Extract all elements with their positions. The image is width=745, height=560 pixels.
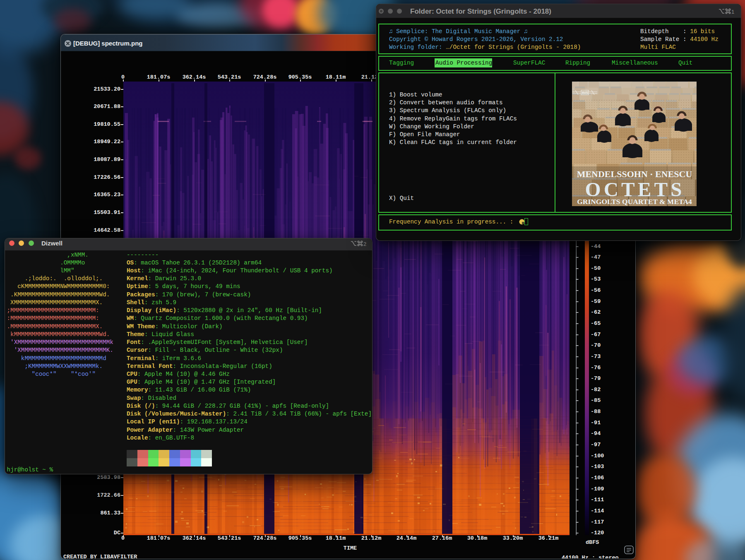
- svg-text:GRINGOLTS QUARTET & META4: GRINGOLTS QUARTET & META4: [577, 197, 692, 206]
- svg-text:BIS: BIS: [582, 91, 588, 95]
